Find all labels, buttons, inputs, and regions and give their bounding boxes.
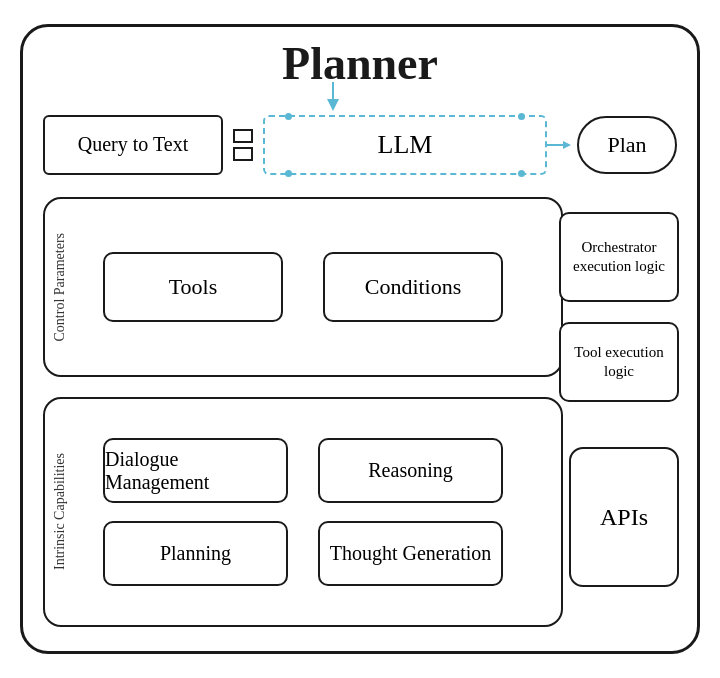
intrinsic-inner: Dialogue Management Reasoning Planning T… xyxy=(43,397,563,627)
apis-label: APIs xyxy=(600,504,648,531)
query-to-text-label: Query to Text xyxy=(78,133,188,156)
tool-exec-label: Tool execution logic xyxy=(561,343,677,382)
reasoning-label: Reasoning xyxy=(368,459,452,482)
query-to-text-box: Query to Text xyxy=(43,115,223,175)
conditions-label: Conditions xyxy=(365,274,462,300)
llm-dot-br xyxy=(518,170,525,177)
dialogue-management-box: Dialogue Management xyxy=(103,438,288,503)
llm-label: LLM xyxy=(378,130,433,160)
page-title: Planner xyxy=(23,37,697,90)
tools-label: Tools xyxy=(169,274,218,300)
planning-label: Planning xyxy=(160,542,231,565)
connector-block xyxy=(223,120,263,170)
thought-label: Thought Generation xyxy=(330,542,492,565)
intrinsic-row-top: Dialogue Management Reasoning xyxy=(103,438,503,503)
connector-box-top xyxy=(233,129,253,143)
llm-box: LLM xyxy=(263,115,547,175)
intrinsic-row-bottom: Planning Thought Generation xyxy=(103,521,503,586)
control-params-inner: Tools Conditions xyxy=(43,197,563,377)
svg-marker-2 xyxy=(563,141,571,149)
tool-execution-box: Tool execution logic xyxy=(559,322,679,402)
dialogue-label: Dialogue Management xyxy=(105,448,286,494)
orchestrator-box: Orchestrator execution logic xyxy=(559,212,679,302)
orchestrator-label: Orchestrator execution logic xyxy=(561,238,677,277)
llm-plan-arrow xyxy=(547,135,577,155)
llm-dot-tr xyxy=(518,113,525,120)
conditions-box: Conditions xyxy=(323,252,503,322)
connector-box-bottom xyxy=(233,147,253,161)
planner-container: Planner Query to Text xyxy=(20,24,700,654)
planning-box: Planning xyxy=(103,521,288,586)
llm-dot-tl xyxy=(285,113,292,120)
tools-box: Tools xyxy=(103,252,283,322)
reasoning-box: Reasoning xyxy=(318,438,503,503)
thought-generation-box: Thought Generation xyxy=(318,521,503,586)
llm-dot-bl xyxy=(285,170,292,177)
top-row: Query to Text LLM xyxy=(43,107,677,182)
plan-box: Plan xyxy=(577,116,677,174)
arrow-svg xyxy=(547,135,577,155)
plan-label: Plan xyxy=(607,132,646,158)
apis-box: APIs xyxy=(569,447,679,587)
